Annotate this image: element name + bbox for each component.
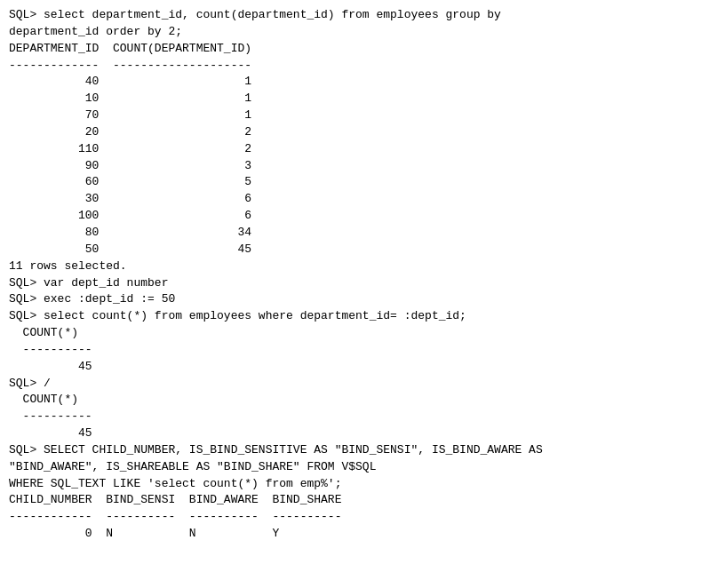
terminal-line: ---------- <box>9 342 717 359</box>
terminal-line: 11 rows selected. <box>9 258 717 275</box>
terminal-line: 60 5 <box>9 174 717 191</box>
terminal-line: ------------ ---------- ---------- -----… <box>9 509 717 526</box>
terminal-line: 90 3 <box>9 158 717 175</box>
terminal-line: SQL> exec :dept_id := 50 <box>9 291 717 308</box>
terminal-line: DEPARTMENT_ID COUNT(DEPARTMENT_ID) <box>9 41 717 58</box>
terminal-line: 40 1 <box>9 74 717 91</box>
output-lines: SQL> select department_id, count(departm… <box>9 7 717 543</box>
terminal-line: 0 N N Y <box>9 526 717 543</box>
terminal-line: 10 1 <box>9 91 717 107</box>
terminal-line: COUNT(*) <box>9 392 717 409</box>
terminal-line: 70 1 <box>9 107 717 124</box>
terminal-line: 100 6 <box>9 208 717 225</box>
terminal-line: SQL> / <box>9 376 717 393</box>
terminal-line: CHILD_NUMBER BIND_SENSI BIND_AWARE BIND_… <box>9 492 717 509</box>
terminal-line: 50 45 <box>9 242 717 258</box>
terminal-line: 110 2 <box>9 141 717 158</box>
terminal-line: SQL> select department_id, count(departm… <box>9 7 717 24</box>
terminal-line: "BIND_AWARE", IS_SHAREABLE AS "BIND_SHAR… <box>9 459 717 476</box>
terminal-line: WHERE SQL_TEXT LIKE 'select count(*) fro… <box>9 476 717 493</box>
terminal-line: 20 2 <box>9 124 717 141</box>
terminal-line: department_id order by 2; <box>9 24 717 41</box>
terminal-window: SQL> select department_id, count(departm… <box>9 7 717 588</box>
terminal-line: 30 6 <box>9 191 717 208</box>
terminal-line: 45 <box>9 359 717 376</box>
terminal-line: COUNT(*) <box>9 325 717 342</box>
terminal-line: ---------- <box>9 409 717 425</box>
terminal-line: SQL> var dept_id number <box>9 275 717 292</box>
terminal-line: 45 <box>9 425 717 442</box>
terminal-line: SQL> SELECT CHILD_NUMBER, IS_BIND_SENSIT… <box>9 442 717 459</box>
terminal-line: SQL> select count(*) from employees wher… <box>9 308 717 325</box>
terminal-line: 80 34 <box>9 225 717 242</box>
terminal-line: ------------- -------------------- <box>9 58 717 75</box>
